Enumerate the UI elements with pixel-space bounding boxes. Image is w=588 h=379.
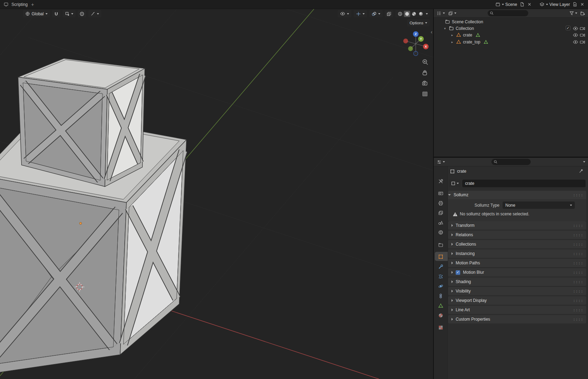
orthographic-toggle-button[interactable]: [423, 92, 427, 96]
drag-handle-icon[interactable]: ::::: [573, 193, 583, 197]
row-label[interactable]: crate: [463, 33, 472, 38]
pin-icon[interactable]: [579, 168, 584, 174]
drag-handle-icon[interactable]: ::::: [573, 252, 583, 256]
object-visibility-dropdown[interactable]: [338, 10, 351, 17]
tab-output-icon[interactable]: [438, 200, 444, 206]
row-label[interactable]: Collection: [456, 26, 474, 31]
transform-orientation-dropdown[interactable]: Global: [23, 10, 50, 17]
collection-exclude-checkbox[interactable]: ✓: [566, 26, 570, 30]
row-label[interactable]: Scene Collection: [452, 19, 483, 24]
region-collapse-icon[interactable]: ‹: [431, 29, 432, 35]
xray-toggle-button[interactable]: [385, 10, 393, 17]
panel-motion-paths[interactable]: Motion Paths::::: [448, 259, 586, 267]
viewport-options-dropdown[interactable]: Options: [407, 19, 430, 26]
properties-search-input[interactable]: [499, 160, 529, 164]
new-collection-button[interactable]: [580, 11, 585, 16]
pan-hand-button[interactable]: [423, 70, 427, 75]
tab-physics-icon[interactable]: [438, 283, 444, 289]
disable-render-camera-icon[interactable]: [580, 32, 585, 38]
drag-handle-icon[interactable]: ::::: [573, 280, 583, 284]
tab-collection-icon[interactable]: [438, 242, 444, 248]
zoom-button[interactable]: [423, 60, 428, 65]
outliner-display-mode-dropdown[interactable]: [448, 11, 456, 16]
show-gizmo-dropdown[interactable]: [354, 10, 367, 17]
shading-rendered-button[interactable]: [418, 11, 424, 17]
outliner-row-scene-collection[interactable]: Scene Collection: [434, 18, 588, 25]
tab-render-icon[interactable]: [438, 190, 444, 196]
workspace-tab-scripting[interactable]: Scripting: [11, 2, 28, 7]
tab-scene-icon[interactable]: [438, 220, 444, 225]
snap-target-dropdown[interactable]: [63, 10, 76, 17]
drag-handle-icon[interactable]: ::::: [573, 261, 583, 265]
object-name-input[interactable]: [462, 180, 586, 187]
crate-top-object[interactable]: [18, 58, 145, 187]
viewport-canvas[interactable]: ZYX: [0, 9, 433, 379]
hide-eye-icon[interactable]: [573, 26, 578, 31]
panel-custom-properties[interactable]: Custom Properties::::: [448, 315, 586, 323]
disable-render-camera-icon[interactable]: [580, 39, 585, 45]
tab-object-data-icon[interactable]: [438, 303, 444, 308]
panel-shading[interactable]: Shading::::: [448, 278, 586, 286]
view-layer-selector-dropdown[interactable]: View Layer: [539, 2, 570, 7]
3d-viewport[interactable]: ZYX Global: [0, 9, 433, 379]
tab-modifiers-icon[interactable]: [438, 264, 444, 270]
remove-view-layer-button[interactable]: [580, 2, 585, 7]
unlink-scene-button[interactable]: [527, 2, 532, 7]
overlays-dropdown[interactable]: [369, 10, 383, 17]
add-view-layer-button[interactable]: [572, 2, 578, 7]
shading-solid-button[interactable]: [404, 11, 410, 17]
panel-relations[interactable]: Relations::::: [448, 231, 586, 239]
panel-instancing[interactable]: Instancing::::: [448, 249, 586, 258]
disclosure-closed-icon[interactable]: ▸: [450, 40, 454, 44]
drag-handle-icon[interactable]: ::::: [573, 299, 583, 303]
scene-name[interactable]: Scene: [505, 2, 517, 7]
disable-render-camera-icon[interactable]: [580, 26, 585, 31]
drag-handle-icon[interactable]: ::::: [573, 289, 583, 293]
disclosure-open-icon[interactable]: ▾: [443, 27, 447, 30]
tab-world-icon[interactable]: [438, 230, 444, 235]
tab-particles-icon[interactable]: [438, 274, 444, 279]
shading-wireframe-button[interactable]: [397, 11, 403, 17]
new-scene-button[interactable]: [520, 2, 525, 7]
tab-object-icon[interactable]: [438, 254, 444, 259]
outliner-row-crate[interactable]: ▸ crate: [434, 32, 588, 38]
panel-visibility[interactable]: Visibility::::: [448, 287, 586, 295]
panel-motion-blur[interactable]: ✓Motion Blur::::: [448, 268, 586, 277]
panel-viewport-display[interactable]: Viewport Display::::: [448, 296, 586, 305]
breadcrumb-object-name[interactable]: crate: [457, 169, 466, 174]
motion-blur-checkbox[interactable]: ✓: [456, 270, 460, 275]
sollumz-type-dropdown[interactable]: None: [503, 201, 575, 209]
editor-type-dropdown[interactable]: [437, 159, 445, 165]
hide-eye-icon[interactable]: [573, 32, 578, 38]
disclosure-closed-icon[interactable]: ▸: [450, 33, 454, 37]
snap-toggle-button[interactable]: [52, 10, 60, 17]
id-type-dropdown[interactable]: [449, 180, 461, 187]
tab-material-icon[interactable]: [438, 313, 444, 318]
drag-handle-icon[interactable]: ::::: [573, 224, 583, 228]
panel-transform[interactable]: Transform::::: [448, 221, 586, 230]
shading-material-button[interactable]: [411, 11, 417, 17]
proportional-editing-button[interactable]: [78, 10, 86, 17]
panel-line-art[interactable]: Line Art::::: [448, 306, 586, 314]
view-layer-name[interactable]: View Layer: [549, 2, 570, 7]
panel-collections[interactable]: Collections::::: [448, 240, 586, 248]
outliner-search-input[interactable]: [495, 11, 526, 15]
viewport-camera-button[interactable]: [423, 81, 427, 85]
outliner-row-crate-top[interactable]: ▸ crate_top: [434, 39, 588, 45]
drag-handle-icon[interactable]: ::::: [573, 271, 583, 274]
drag-handle-icon[interactable]: ::::: [573, 308, 583, 312]
drag-handle-icon[interactable]: ::::: [573, 318, 583, 321]
proportional-falloff-dropdown[interactable]: [88, 10, 101, 17]
scene-selector-dropdown[interactable]: Scene: [495, 2, 517, 7]
hide-eye-icon[interactable]: [573, 39, 578, 45]
drag-handle-icon[interactable]: ::::: [573, 242, 583, 246]
tab-view-layer-icon[interactable]: [438, 210, 444, 216]
sollumz-panel-header[interactable]: Sollumz ::::: [448, 191, 586, 199]
outliner-row-collection[interactable]: ▾ Collection ✓: [434, 25, 588, 32]
tab-tool-icon[interactable]: [438, 179, 444, 184]
drag-handle-icon[interactable]: ::::: [573, 233, 583, 237]
chevron-down-icon[interactable]: [583, 161, 585, 163]
tab-constraints-icon[interactable]: [438, 293, 444, 299]
tab-texture-icon[interactable]: [438, 325, 444, 330]
add-workspace-button[interactable]: +: [31, 2, 34, 7]
